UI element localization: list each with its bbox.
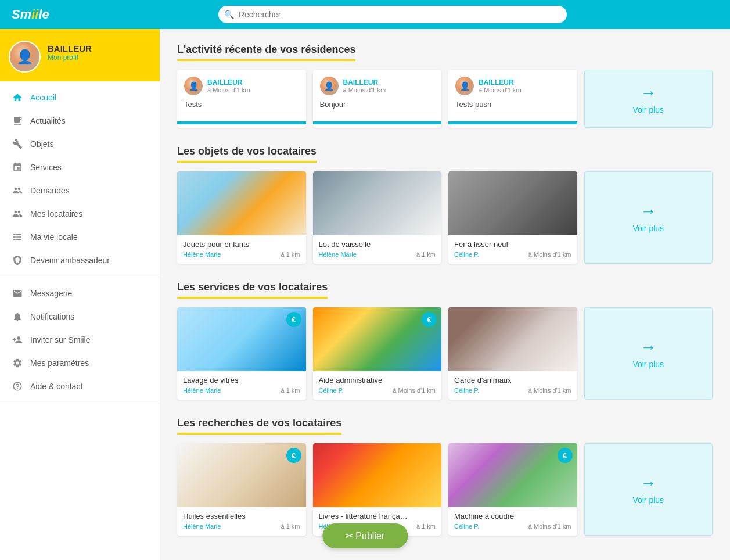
avatar-image: 👤	[10, 42, 39, 71]
sidebar-label-vie-locale: Ma vie locale	[30, 232, 78, 242]
item-card-admin[interactable]: € Aide administrative Céline P. à Moins …	[313, 307, 442, 400]
item-title-admin: Aide administrative	[319, 376, 436, 385]
objects-grid: Jouets pour enfants Hélène Marie à 1 km …	[177, 171, 713, 264]
item-user-huiles: Hélène Marie	[183, 523, 221, 530]
activity-distance-1: à Moins d'1 km	[343, 87, 386, 94]
item-title-vaisselle: Lot de vaisselle	[319, 240, 436, 249]
profile-link[interactable]: Mon profil	[48, 53, 92, 62]
sidebar-item-inviter[interactable]: Inviter sur Smiile	[0, 328, 160, 351]
publish-button[interactable]: ✂ Publier	[322, 523, 408, 548]
sidebar-label-objets: Objets	[30, 139, 53, 149]
item-distance-jouets: à 1 km	[281, 251, 300, 258]
activity-card-1[interactable]: 👤 BAILLEUR à Moins d'1 km Bonjour	[313, 70, 442, 128]
search-icon: 🔍	[224, 10, 234, 19]
services-icon	[12, 161, 23, 173]
activity-user-name-1: BAILLEUR	[343, 78, 386, 87]
item-image-fer	[448, 171, 577, 235]
sidebar-item-ambassadeur[interactable]: Devenir ambassadeur	[0, 249, 160, 272]
sidebar-item-parametres[interactable]: Mes paramètres	[0, 351, 160, 375]
searches-section: Les recherches de vos locataires € Huile…	[177, 417, 713, 536]
item-distance-machine: à Moins d'1 km	[528, 523, 571, 530]
searches-see-more[interactable]: → Voir plus	[584, 443, 713, 536]
item-image-huiles: €	[177, 443, 306, 507]
item-card-jouets[interactable]: Jouets pour enfants Hélène Marie à 1 km	[177, 171, 306, 264]
mail-icon	[12, 288, 23, 299]
sidebar-label-parametres: Mes paramètres	[30, 358, 89, 368]
item-card-fer[interactable]: Fer à lisser neuf Céline P. à Moins d'1 …	[448, 171, 577, 264]
item-image-jouets	[177, 171, 306, 235]
header: Smiile 🔍	[0, 0, 730, 29]
item-card-lavage[interactable]: € Lavage de vitres Hélène Marie à 1 km	[177, 307, 306, 400]
item-distance-fer: à Moins d'1 km	[528, 251, 571, 258]
nav-section-main: Accueil Actualités Objets Services	[0, 81, 160, 277]
help-icon	[12, 380, 23, 392]
sidebar-item-messagerie[interactable]: Messagerie	[0, 282, 160, 305]
gear-icon	[12, 357, 23, 369]
objects-see-more-arrow: →	[640, 202, 656, 221]
activity-text-1: Bonjour	[320, 100, 435, 109]
locataires-icon	[12, 208, 23, 220]
item-distance-huiles: à 1 km	[281, 523, 300, 530]
item-card-huiles[interactable]: € Huiles essentielles Hélène Marie à 1 k…	[177, 443, 306, 536]
item-image-lavage: €	[177, 307, 306, 371]
ambassadeur-icon	[12, 254, 23, 266]
item-title-machine: Machine à coudre	[454, 512, 571, 520]
item-title-garde: Garde d'animaux	[454, 376, 571, 385]
item-card-machine[interactable]: € Machine à coudre Céline P. à Moins d'1…	[448, 443, 577, 536]
sidebar-label-inviter: Inviter sur Smiile	[30, 335, 90, 344]
activity-see-more[interactable]: → Voir plus	[584, 70, 713, 128]
item-user-jouets: Hélène Marie	[183, 251, 221, 258]
sidebar-item-vie-locale[interactable]: Ma vie locale	[0, 225, 160, 249]
services-title: Les services de vos locataires	[177, 281, 328, 299]
item-image-admin: €	[313, 307, 442, 371]
item-card-vaisselle[interactable]: Lot de vaisselle Hélène Marie à 1 km	[313, 171, 442, 264]
sidebar-item-services[interactable]: Services	[0, 156, 160, 179]
sidebar: 👤 BAILLEUR Mon profil Accueil Actualités	[0, 29, 160, 560]
services-grid: € Lavage de vitres Hélène Marie à 1 km €	[177, 307, 713, 400]
sidebar-item-objets[interactable]: Objets	[0, 132, 160, 156]
tools-icon	[12, 138, 23, 150]
activity-title: L'activité récente de vos résidences	[177, 44, 355, 61]
searches-see-more-label: Voir plus	[632, 496, 664, 505]
euro-badge-huiles: €	[286, 448, 301, 463]
activity-user-name-0: BAILLEUR	[207, 78, 250, 87]
objects-title: Les objets de vos locataires	[177, 145, 317, 163]
objects-section: Les objets de vos locataires Jouets pour…	[177, 145, 713, 264]
item-title-jouets: Jouets pour enfants	[183, 240, 300, 249]
item-distance-livres: à 1 km	[416, 523, 436, 530]
sidebar-label-notifications: Notifications	[30, 312, 74, 321]
sidebar-item-notifications[interactable]: Notifications	[0, 305, 160, 328]
item-user-garde: Céline P.	[454, 387, 479, 394]
publish-bar: ✂ Publier	[322, 523, 408, 548]
item-user-admin: Céline P.	[319, 387, 344, 394]
sidebar-label-accueil: Accueil	[30, 93, 56, 102]
activity-distance-0: à Moins d'1 km	[207, 87, 250, 94]
search-input[interactable]	[218, 6, 567, 23]
objects-see-more-label: Voir plus	[632, 224, 664, 233]
activity-card-0[interactable]: 👤 BAILLEUR à Moins d'1 km Tests	[177, 70, 306, 128]
logo: Smiile	[12, 7, 49, 22]
item-title-huiles: Huiles essentielles	[183, 512, 300, 520]
item-user-lavage: Hélène Marie	[183, 387, 221, 394]
item-distance-admin: à Moins d'1 km	[393, 387, 436, 394]
activity-card-2[interactable]: 👤 BAILLEUR à Moins d'1 km Tests push	[448, 70, 577, 128]
item-image-machine: €	[448, 443, 577, 507]
sidebar-item-locataires[interactable]: Mes locataires	[0, 202, 160, 225]
item-card-garde[interactable]: Garde d'animaux Céline P. à Moins d'1 km	[448, 307, 577, 400]
sidebar-item-demandes[interactable]: Demandes	[0, 179, 160, 202]
item-user-vaisselle: Hélène Marie	[319, 251, 357, 258]
nav-section-secondary: Messagerie Notifications Inviter sur Smi…	[0, 277, 160, 403]
euro-badge-admin: €	[422, 312, 437, 327]
sidebar-item-aide[interactable]: Aide & contact	[0, 375, 160, 398]
objects-see-more[interactable]: → Voir plus	[584, 171, 713, 264]
sidebar-label-locataires: Mes locataires	[30, 209, 82, 218]
item-user-machine: Céline P.	[454, 523, 479, 530]
avatar: 👤	[9, 41, 41, 73]
services-see-more-arrow: →	[640, 338, 656, 357]
sidebar-item-accueil[interactable]: Accueil	[0, 86, 160, 109]
main-content: L'activité récente de vos résidences 👤 B…	[160, 29, 730, 560]
services-see-more[interactable]: → Voir plus	[584, 307, 713, 400]
item-card-livres[interactable]: Livres - littérature frança… Hélène Mari…	[313, 443, 442, 536]
sidebar-label-ambassadeur: Devenir ambassadeur	[30, 256, 110, 265]
sidebar-item-actualites[interactable]: Actualités	[0, 109, 160, 132]
